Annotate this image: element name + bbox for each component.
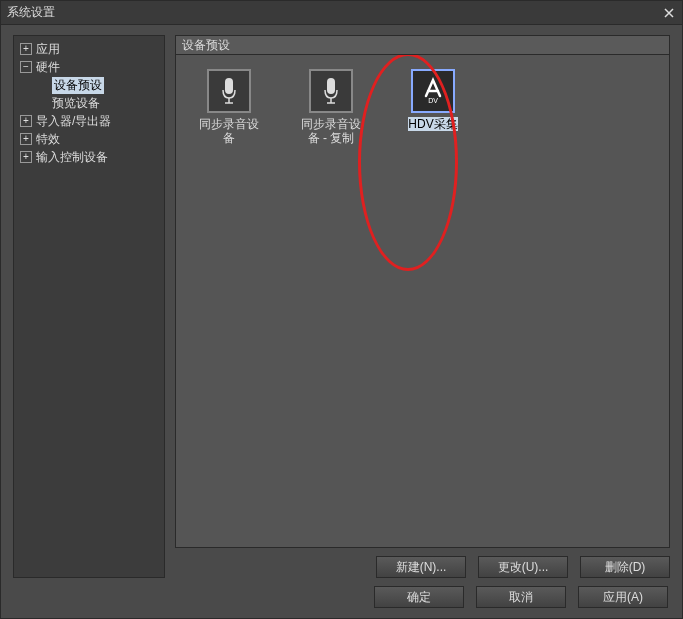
close-icon	[663, 7, 675, 19]
ok-button[interactable]: 确定	[374, 586, 464, 608]
apply-button[interactable]: 应用(A)	[578, 586, 668, 608]
main-panel: 设备预设 同步录音设备 同步录音设备 - 复制	[175, 35, 670, 578]
cancel-button[interactable]: 取消	[476, 586, 566, 608]
tree-item-device-preset[interactable]: 设备预设	[14, 76, 164, 94]
titlebar: 系统设置	[1, 1, 682, 25]
tree-label: 特效	[36, 131, 60, 148]
close-button[interactable]	[660, 4, 678, 22]
new-button[interactable]: 新建(N)...	[376, 556, 466, 578]
tree-label: 预览设备	[52, 95, 100, 112]
expand-icon[interactable]: +	[20, 43, 32, 55]
panel-header: 设备预设	[175, 35, 670, 55]
preset-item-sync-record[interactable]: 同步录音设备	[194, 69, 264, 145]
tree-label: 硬件	[36, 59, 60, 76]
preset-label: 同步录音设备	[194, 117, 264, 145]
svg-rect-0	[225, 78, 233, 94]
tree-item-app[interactable]: + 应用	[14, 40, 164, 58]
svg-text:DV: DV	[428, 97, 438, 104]
expand-icon[interactable]: +	[20, 151, 32, 163]
mic-icon	[309, 69, 353, 113]
tree-item-hardware[interactable]: − 硬件	[14, 58, 164, 76]
expand-icon[interactable]: +	[20, 133, 32, 145]
tree-item-effects[interactable]: + 特效	[14, 130, 164, 148]
tree-item-input-control[interactable]: + 输入控制设备	[14, 148, 164, 166]
preset-grid: 同步录音设备 同步录音设备 - 复制 DV HDV采集	[194, 69, 651, 145]
sidebar-tree[interactable]: + 应用 − 硬件 设备预设 预览设备 + 导入器/导出器 + 特效	[13, 35, 165, 578]
svg-rect-3	[327, 78, 335, 94]
tree-label: 设备预设	[52, 77, 104, 94]
tree-label: 导入器/导出器	[36, 113, 111, 130]
preset-item-sync-record-copy[interactable]: 同步录音设备 - 复制	[296, 69, 366, 145]
tree-label: 输入控制设备	[36, 149, 108, 166]
expand-icon[interactable]: +	[20, 115, 32, 127]
mic-icon	[207, 69, 251, 113]
preset-item-hdv-capture[interactable]: DV HDV采集	[398, 69, 468, 145]
system-settings-window: 系统设置 + 应用 − 硬件 设备预设 预览设备 +	[0, 0, 683, 619]
preset-label: HDV采集	[408, 117, 457, 131]
panel-button-row: 新建(N)... 更改(U)... 删除(D)	[175, 556, 670, 578]
tree-item-preview-device[interactable]: 预览设备	[14, 94, 164, 112]
window-title: 系统设置	[7, 4, 55, 21]
panel-title: 设备预设	[182, 37, 230, 54]
preset-label: 同步录音设备 - 复制	[296, 117, 366, 145]
tree-item-importer[interactable]: + 导入器/导出器	[14, 112, 164, 130]
delete-button[interactable]: 删除(D)	[580, 556, 670, 578]
dialog-button-row: 确定 取消 应用(A)	[374, 586, 668, 608]
change-button[interactable]: 更改(U)...	[478, 556, 568, 578]
preset-list-area[interactable]: 同步录音设备 同步录音设备 - 复制 DV HDV采集	[175, 55, 670, 548]
tree-label: 应用	[36, 41, 60, 58]
content-area: + 应用 − 硬件 设备预设 预览设备 + 导入器/导出器 + 特效	[1, 25, 682, 578]
collapse-icon[interactable]: −	[20, 61, 32, 73]
adv-icon: DV	[411, 69, 455, 113]
